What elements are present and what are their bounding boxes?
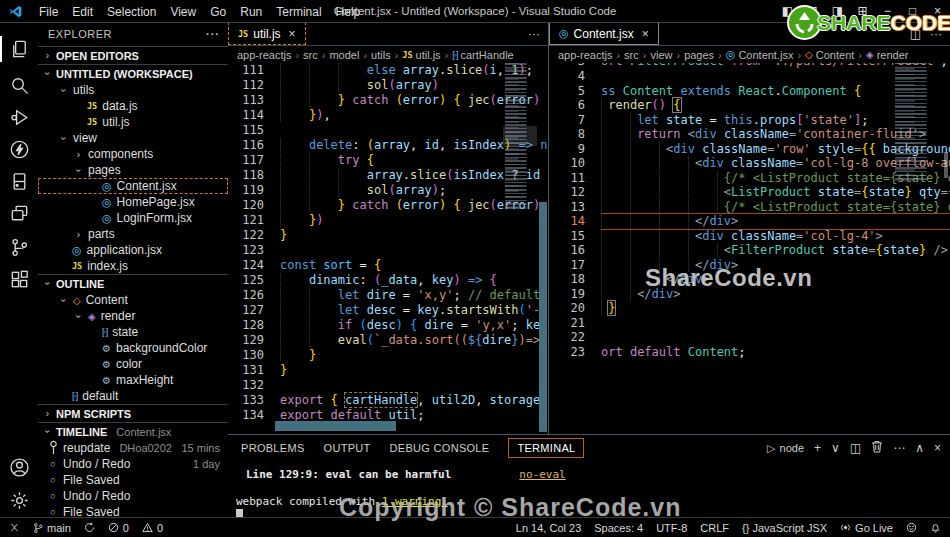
- menu-item-run[interactable]: Run: [233, 5, 269, 19]
- outline-item-state[interactable]: [◦]state: [38, 324, 228, 340]
- close-tab-icon[interactable]: ×: [642, 27, 649, 41]
- close-panel-icon[interactable]: ×: [934, 441, 941, 455]
- tree-item-data-js[interactable]: JSdata.js: [38, 98, 228, 114]
- menu-item-edit[interactable]: Edit: [65, 5, 100, 19]
- timeline-item[interactable]: ○File Saved: [38, 504, 228, 518]
- tree-item-view[interactable]: ›view: [38, 130, 228, 146]
- status-language-mode[interactable]: {} JavaScript JSX: [742, 522, 827, 534]
- status-cursor-position[interactable]: Ln 14, Col 23: [516, 522, 581, 534]
- breadcrumb-item[interactable]: src: [303, 49, 318, 61]
- tab-contentjsx[interactable]: ◎ Content.jsx ×: [549, 22, 659, 45]
- close-tab-icon[interactable]: ×: [289, 27, 296, 41]
- breadcrumb-item[interactable]: model: [329, 49, 359, 61]
- status-golive[interactable]: Go Live: [840, 522, 893, 534]
- tree-item-parts[interactable]: ›parts: [38, 226, 228, 242]
- activity-account-icon[interactable]: [0, 454, 38, 480]
- timeline-item[interactable]: ○Undo / Redo: [38, 488, 228, 504]
- tree-item-index-js[interactable]: JSindex.js: [38, 258, 228, 274]
- panel-tab-output[interactable]: OUTPUT: [324, 442, 371, 454]
- activity-editor-layouts-icon[interactable]: [0, 200, 38, 226]
- new-terminal-icon[interactable]: +: [814, 441, 821, 455]
- menu-item-terminal[interactable]: Terminal: [269, 5, 328, 19]
- code-editor-utiljs[interactable]: 111 else array.slice(i, 1);112 sol(array…: [228, 63, 548, 434]
- status-errors[interactable]: 0: [108, 522, 129, 534]
- breadcrumb-item[interactable]: view: [650, 49, 672, 61]
- breadcrumb-item[interactable]: src: [624, 49, 639, 61]
- shell-selector[interactable]: ▷node: [767, 442, 804, 455]
- outline-item-render[interactable]: ›◈render: [38, 308, 228, 324]
- npm-scripts-section[interactable]: › NPM SCRIPTS: [38, 404, 228, 423]
- line-number: 21: [549, 316, 585, 331]
- outline-item-color[interactable]: ⚙color: [38, 356, 228, 372]
- timeline-item[interactable]: reupdateDHoa020215 mins: [38, 440, 228, 456]
- tree-item-homepage-jsx[interactable]: ◎HomePage.jsx: [38, 194, 228, 210]
- maximize-panel-icon[interactable]: ∧: [915, 441, 924, 455]
- breadcrumb-item[interactable]: app-reactjs: [558, 49, 612, 61]
- sidebar-more-actions-icon[interactable]: ···: [206, 28, 220, 40]
- terminal-dropdown-icon[interactable]: ∨: [831, 441, 840, 455]
- panel-tab-problems[interactable]: PROBLEMS: [241, 442, 305, 454]
- activity-search-icon[interactable]: [0, 72, 38, 98]
- status-encoding[interactable]: UTF-8: [656, 522, 687, 534]
- menu-item-view[interactable]: View: [163, 5, 203, 19]
- breadcrumb-item[interactable]: ◇Content: [805, 49, 854, 61]
- activity-settings-icon[interactable]: [0, 487, 38, 513]
- activity-source-control-icon[interactable]: [0, 234, 38, 260]
- code-editor-contentjsx[interactable]: 3ort FilterProduct from '../parts/Filter…: [549, 63, 950, 434]
- tree-item-loginform-jsx[interactable]: ◎LoginForm.jsx: [38, 210, 228, 226]
- tree-item-util-js[interactable]: JSutil.js: [38, 114, 228, 130]
- status-indentation[interactable]: Spaces: 4: [594, 522, 643, 534]
- menu-item-help[interactable]: Help: [329, 5, 368, 19]
- tree-item-content-jsx[interactable]: ◎Content.jsx: [38, 178, 228, 194]
- no-eval-link[interactable]: no-eval: [519, 468, 565, 481]
- minimap[interactable]: [895, 63, 939, 181]
- tab-utiljs[interactable]: JS util.js ×: [228, 22, 306, 45]
- breadcrumb-item[interactable]: ◎Content.jsx: [726, 48, 794, 61]
- breadcrumb-item[interactable]: [◦]cartHandle: [452, 49, 513, 61]
- status-eol[interactable]: CRLF: [700, 522, 729, 534]
- outline-item-backgroundcolor[interactable]: ⚙backgroundColor: [38, 340, 228, 356]
- breadcrumb-item[interactable]: app-reactjs: [237, 49, 291, 61]
- status-bell[interactable]: [930, 522, 941, 533]
- status-feedback[interactable]: [906, 522, 917, 533]
- timeline-item[interactable]: ○File Saved: [38, 472, 228, 488]
- outline-section[interactable]: › OUTLINE: [38, 274, 228, 292]
- status-remote[interactable]: [9, 522, 20, 533]
- breadcrumb-item[interactable]: utils: [371, 49, 391, 61]
- timeline-section[interactable]: › TIMELINE Content.jsx: [38, 423, 228, 440]
- breadcrumb-item[interactable]: ◈render: [866, 49, 909, 61]
- status-warnings[interactable]: 0: [142, 522, 163, 534]
- breadcrumb-item[interactable]: JSutil.js: [402, 49, 440, 61]
- vertical-scrollbar[interactable]: [539, 202, 547, 432]
- activity-remote-explorer-icon[interactable]: [0, 168, 38, 194]
- activity-explorer-icon[interactable]: [0, 36, 38, 62]
- tree-item-pages[interactable]: ›pages: [38, 162, 228, 178]
- split-terminal-icon[interactable]: ◫: [850, 441, 861, 455]
- panel-tab-terminal[interactable]: TERMINAL: [508, 438, 584, 458]
- activity-thunder-client-icon[interactable]: [0, 136, 38, 162]
- tree-item-components[interactable]: ›components: [38, 146, 228, 162]
- kill-terminal-icon[interactable]: [871, 440, 883, 456]
- vertical-scrollbar[interactable]: [944, 152, 948, 178]
- open-editors-section[interactable]: › OPEN EDITORS: [38, 46, 228, 65]
- more-actions-icon[interactable]: ···: [528, 27, 540, 41]
- timeline-item[interactable]: ○Undo / Redo1 day: [38, 456, 228, 472]
- panel-tab-debug-console[interactable]: DEBUG CONSOLE: [390, 442, 490, 454]
- outline-item-default[interactable]: [◦]default: [38, 388, 228, 404]
- outline-item-content[interactable]: ›◇Content: [38, 292, 228, 308]
- workspace-section[interactable]: › UNTITLED (WORKSPACE): [38, 65, 228, 82]
- menu-item-file[interactable]: File: [32, 5, 65, 19]
- activity-extensions-icon[interactable]: [0, 266, 38, 292]
- activity-run-debug-icon[interactable]: [0, 104, 38, 130]
- minimap-slider[interactable]: [503, 126, 537, 146]
- status-branch[interactable]: main: [33, 522, 71, 534]
- tree-item-application-jsx[interactable]: ◎application.jsx: [38, 242, 228, 258]
- tree-item-utils[interactable]: ›utils: [38, 82, 228, 98]
- more-actions-icon[interactable]: ⋯: [893, 441, 905, 455]
- menu-item-selection[interactable]: Selection: [100, 5, 163, 19]
- status-sync[interactable]: [84, 522, 95, 533]
- breadcrumb-item[interactable]: pages: [684, 49, 714, 61]
- horizontal-scrollbar[interactable]: [275, 421, 396, 431]
- outline-item-maxheight[interactable]: ⚙maxHeight: [38, 372, 228, 388]
- menu-item-go[interactable]: Go: [203, 5, 233, 19]
